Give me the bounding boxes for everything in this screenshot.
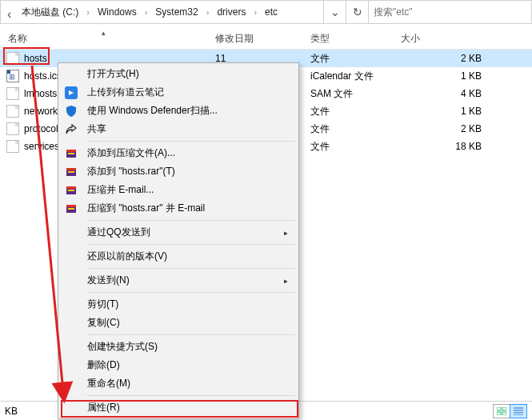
menu-item-upload-note[interactable]: 上传到有道云笔记 [60,83,297,102]
file-name: networks [24,106,62,117]
svg-rect-14 [497,407,501,410]
view-details-button[interactable] [510,404,527,418]
menu-item-add-archive[interactable]: 添加到压缩文件(A)... [60,144,297,162]
annotation-highlight-box [3,47,50,65]
svg-rect-12 [68,208,74,210]
search-box[interactable] [369,1,531,23]
column-header-label: 名称 [8,33,27,44]
menu-item-qq-send[interactable]: 通过QQ发送到▸ [60,223,297,242]
file-type: SAM 文件 [302,87,393,101]
menu-item-create-shortcut[interactable]: 创建快捷方式(S) [60,338,297,356]
calendar-icon [6,70,19,82]
svg-rect-6 [68,171,74,173]
youdao-icon [64,86,78,100]
details-icon [514,407,523,415]
menu-item-cut[interactable]: 剪切(T) [60,295,297,314]
menu-item-label: 使用 Windows Defender扫描... [87,104,218,118]
search-input[interactable] [374,6,526,18]
file-icon [6,122,19,135]
menu-separator [87,220,295,221]
column-header-date[interactable]: 修改日期 [207,32,302,46]
menu-separator [87,244,295,245]
svg-rect-9 [68,190,74,191]
column-header-size[interactable]: 大小 [393,32,496,46]
menu-item-defender-scan[interactable]: 使用 Windows Defender扫描... [60,102,297,120]
menu-item-label: 添加到压缩文件(A)... [87,146,175,160]
menu-item-label: 复制(C) [87,316,120,330]
menu-separator [87,268,295,269]
chevron-right-icon: › [205,7,211,17]
chevron-left-icon [6,7,15,17]
menu-separator [87,395,295,396]
submenu-arrow-icon: ▸ [283,227,297,238]
file-size: 2 KB [393,123,496,134]
chevron-right-icon: › [143,7,150,17]
menu-item-label: 创建快捷方式(S) [87,340,158,354]
svg-rect-15 [502,407,506,410]
file-size: 1 KB [393,106,496,117]
winrar-icon [64,146,78,161]
file-type: 文件 [302,122,393,136]
file-size: 1 KB [393,70,496,82]
menu-item-compress-hosts-email[interactable]: 压缩到 "hosts.rar" 并 E-mail [60,199,297,218]
column-header-type[interactable]: 类型 [302,32,393,46]
svg-rect-3 [68,153,74,154]
svg-rect-11 [66,205,76,207]
menu-item-delete[interactable]: 删除(D) [60,356,297,374]
breadcrumb-item[interactable]: etc [258,6,284,18]
shield-icon [64,104,78,118]
chevron-down-icon: ⌄ [330,6,340,18]
dropdown-button[interactable]: ⌄ [324,1,346,23]
file-size: 2 KB [393,53,496,64]
share-icon [64,122,78,137]
breadcrumb-item[interactable]: drivers [210,6,252,18]
breadcrumb[interactable]: 本地磁盘 (C:) › Windows › System32 › drivers… [1,1,323,23]
breadcrumb-item[interactable]: System32 [149,6,204,18]
file-type: 文件 [302,105,393,118]
menu-item-label: 删除(D) [87,358,120,372]
refresh-icon: ↻ [353,6,362,18]
view-thumbnails-button[interactable] [493,404,510,418]
file-type: 文件 [302,52,393,66]
breadcrumb-item[interactable]: 本地磁盘 (C:) [15,6,85,19]
menu-item-send-to[interactable]: 发送到(N)▸ [60,271,297,290]
winrar-icon [64,165,78,179]
menu-item-open-with[interactable]: 打开方式(H) [60,65,297,83]
menu-separator [87,292,295,293]
column-header-name[interactable]: 名称 ▴ [0,32,207,46]
winrar-icon [64,183,78,198]
menu-item-label: 打开方式(H) [87,67,139,81]
menu-item-rename[interactable]: 重命名(M) [60,374,297,393]
svg-rect-5 [66,168,76,170]
menu-item-compress-email[interactable]: 压缩并 E-mail... [60,181,297,199]
svg-rect-16 [497,412,501,415]
chevron-right-icon: › [252,7,258,17]
menu-item-label: 上传到有道云笔记 [87,86,164,99]
menu-item-copy[interactable]: 复制(C) [60,314,297,332]
file-name: hosts.ics [24,70,62,82]
column-headers: 名称 ▴ 修改日期 类型 大小 [0,24,532,50]
file-icon [6,87,19,100]
refresh-button[interactable]: ↻ [346,1,369,23]
svg-rect-17 [502,412,506,415]
file-type: 文件 [302,140,393,154]
menu-item-share[interactable]: 共享 [60,120,297,138]
status-text: KB [5,406,18,417]
file-name: protocol [24,123,58,134]
file-name: lmhosts [24,88,57,99]
file-name: services [24,141,59,152]
annotation-highlight-box [61,400,298,418]
file-size: 18 KB [393,141,496,152]
menu-item-label: 发送到(N) [87,274,130,287]
file-icon [6,105,19,118]
breadcrumb-item[interactable]: Windows [91,6,143,18]
submenu-arrow-icon: ▸ [283,275,297,286]
menu-item-label: 压缩到 "hosts.rar" 并 E-mail [87,202,205,215]
menu-item-label: 剪切(T) [87,298,118,311]
file-size: 4 KB [393,88,496,99]
menu-item-add-hosts-rar[interactable]: 添加到 "hosts.rar"(T) [60,162,297,181]
menu-separator [87,141,295,142]
file-type: iCalendar 文件 [302,70,393,83]
menu-item-previous-versions[interactable]: 还原以前的版本(V) [60,247,297,266]
sort-ascending-icon: ▴ [102,29,106,37]
